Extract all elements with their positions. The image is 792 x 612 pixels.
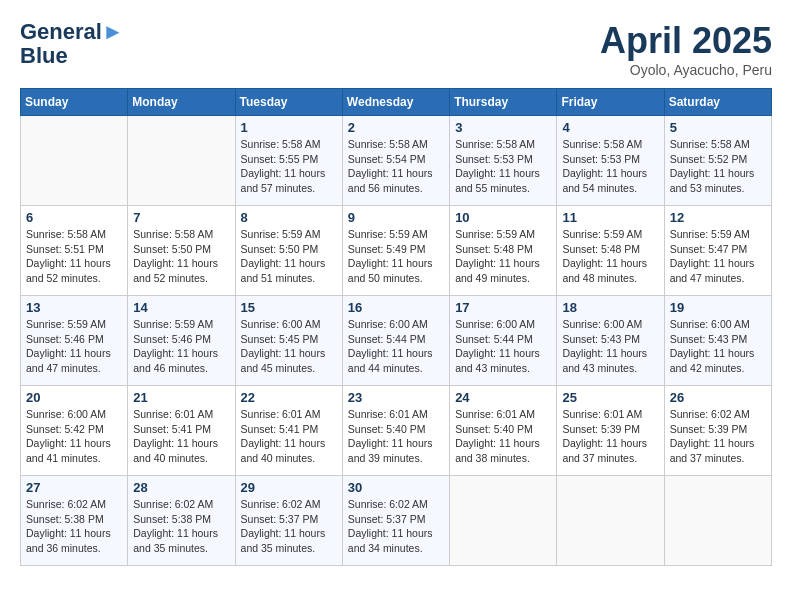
weekday-header-monday: Monday	[128, 89, 235, 116]
day-number: 29	[241, 480, 337, 495]
day-info: Sunrise: 5:58 AMSunset: 5:51 PMDaylight:…	[26, 227, 122, 286]
logo: General►Blue	[20, 20, 124, 68]
day-number: 23	[348, 390, 444, 405]
day-number: 16	[348, 300, 444, 315]
day-info: Sunrise: 6:00 AMSunset: 5:45 PMDaylight:…	[241, 317, 337, 376]
day-number: 10	[455, 210, 551, 225]
day-info: Sunrise: 6:00 AMSunset: 5:44 PMDaylight:…	[348, 317, 444, 376]
day-number: 2	[348, 120, 444, 135]
day-cell	[557, 476, 664, 566]
day-cell: 24Sunrise: 6:01 AMSunset: 5:40 PMDayligh…	[450, 386, 557, 476]
day-number: 15	[241, 300, 337, 315]
day-cell: 2Sunrise: 5:58 AMSunset: 5:54 PMDaylight…	[342, 116, 449, 206]
day-info: Sunrise: 5:58 AMSunset: 5:50 PMDaylight:…	[133, 227, 229, 286]
day-cell: 25Sunrise: 6:01 AMSunset: 5:39 PMDayligh…	[557, 386, 664, 476]
day-number: 13	[26, 300, 122, 315]
day-number: 20	[26, 390, 122, 405]
day-number: 14	[133, 300, 229, 315]
day-number: 30	[348, 480, 444, 495]
day-cell: 8Sunrise: 5:59 AMSunset: 5:50 PMDaylight…	[235, 206, 342, 296]
day-number: 26	[670, 390, 766, 405]
day-info: Sunrise: 6:02 AMSunset: 5:37 PMDaylight:…	[241, 497, 337, 556]
day-info: Sunrise: 6:01 AMSunset: 5:40 PMDaylight:…	[455, 407, 551, 466]
calendar-subtitle: Oyolo, Ayacucho, Peru	[600, 62, 772, 78]
day-cell: 26Sunrise: 6:02 AMSunset: 5:39 PMDayligh…	[664, 386, 771, 476]
day-info: Sunrise: 5:58 AMSunset: 5:55 PMDaylight:…	[241, 137, 337, 196]
day-cell: 28Sunrise: 6:02 AMSunset: 5:38 PMDayligh…	[128, 476, 235, 566]
day-cell: 13Sunrise: 5:59 AMSunset: 5:46 PMDayligh…	[21, 296, 128, 386]
day-info: Sunrise: 6:01 AMSunset: 5:39 PMDaylight:…	[562, 407, 658, 466]
weekday-header-thursday: Thursday	[450, 89, 557, 116]
weekday-header-saturday: Saturday	[664, 89, 771, 116]
day-cell	[21, 116, 128, 206]
day-cell: 5Sunrise: 5:58 AMSunset: 5:52 PMDaylight…	[664, 116, 771, 206]
day-number: 24	[455, 390, 551, 405]
weekday-header-tuesday: Tuesday	[235, 89, 342, 116]
day-info: Sunrise: 6:01 AMSunset: 5:41 PMDaylight:…	[241, 407, 337, 466]
day-cell: 17Sunrise: 6:00 AMSunset: 5:44 PMDayligh…	[450, 296, 557, 386]
day-cell: 11Sunrise: 5:59 AMSunset: 5:48 PMDayligh…	[557, 206, 664, 296]
day-info: Sunrise: 5:59 AMSunset: 5:48 PMDaylight:…	[562, 227, 658, 286]
day-number: 9	[348, 210, 444, 225]
day-cell: 29Sunrise: 6:02 AMSunset: 5:37 PMDayligh…	[235, 476, 342, 566]
day-number: 7	[133, 210, 229, 225]
day-cell: 22Sunrise: 6:01 AMSunset: 5:41 PMDayligh…	[235, 386, 342, 476]
calendar-header: SundayMondayTuesdayWednesdayThursdayFrid…	[21, 89, 772, 116]
day-number: 11	[562, 210, 658, 225]
day-number: 6	[26, 210, 122, 225]
day-number: 8	[241, 210, 337, 225]
day-cell: 10Sunrise: 5:59 AMSunset: 5:48 PMDayligh…	[450, 206, 557, 296]
day-number: 1	[241, 120, 337, 135]
day-number: 19	[670, 300, 766, 315]
day-info: Sunrise: 5:58 AMSunset: 5:52 PMDaylight:…	[670, 137, 766, 196]
day-number: 5	[670, 120, 766, 135]
day-cell: 6Sunrise: 5:58 AMSunset: 5:51 PMDaylight…	[21, 206, 128, 296]
day-info: Sunrise: 6:00 AMSunset: 5:42 PMDaylight:…	[26, 407, 122, 466]
day-cell: 20Sunrise: 6:00 AMSunset: 5:42 PMDayligh…	[21, 386, 128, 476]
day-info: Sunrise: 5:59 AMSunset: 5:46 PMDaylight:…	[26, 317, 122, 376]
weekday-header-friday: Friday	[557, 89, 664, 116]
day-cell: 16Sunrise: 6:00 AMSunset: 5:44 PMDayligh…	[342, 296, 449, 386]
day-cell: 14Sunrise: 5:59 AMSunset: 5:46 PMDayligh…	[128, 296, 235, 386]
day-cell	[128, 116, 235, 206]
day-info: Sunrise: 5:59 AMSunset: 5:49 PMDaylight:…	[348, 227, 444, 286]
day-cell: 3Sunrise: 5:58 AMSunset: 5:53 PMDaylight…	[450, 116, 557, 206]
header: General►Blue April 2025 Oyolo, Ayacucho,…	[20, 20, 772, 78]
day-number: 12	[670, 210, 766, 225]
day-cell: 21Sunrise: 6:01 AMSunset: 5:41 PMDayligh…	[128, 386, 235, 476]
weekday-header-sunday: Sunday	[21, 89, 128, 116]
day-cell: 15Sunrise: 6:00 AMSunset: 5:45 PMDayligh…	[235, 296, 342, 386]
day-cell: 4Sunrise: 5:58 AMSunset: 5:53 PMDaylight…	[557, 116, 664, 206]
day-info: Sunrise: 6:02 AMSunset: 5:38 PMDaylight:…	[133, 497, 229, 556]
day-info: Sunrise: 6:00 AMSunset: 5:44 PMDaylight:…	[455, 317, 551, 376]
week-row-3: 13Sunrise: 5:59 AMSunset: 5:46 PMDayligh…	[21, 296, 772, 386]
day-info: Sunrise: 5:59 AMSunset: 5:50 PMDaylight:…	[241, 227, 337, 286]
day-info: Sunrise: 5:59 AMSunset: 5:46 PMDaylight:…	[133, 317, 229, 376]
day-cell: 7Sunrise: 5:58 AMSunset: 5:50 PMDaylight…	[128, 206, 235, 296]
day-number: 18	[562, 300, 658, 315]
day-info: Sunrise: 5:58 AMSunset: 5:53 PMDaylight:…	[455, 137, 551, 196]
day-number: 25	[562, 390, 658, 405]
day-info: Sunrise: 6:01 AMSunset: 5:40 PMDaylight:…	[348, 407, 444, 466]
day-info: Sunrise: 5:58 AMSunset: 5:54 PMDaylight:…	[348, 137, 444, 196]
day-info: Sunrise: 6:02 AMSunset: 5:37 PMDaylight:…	[348, 497, 444, 556]
title-area: April 2025 Oyolo, Ayacucho, Peru	[600, 20, 772, 78]
day-info: Sunrise: 5:58 AMSunset: 5:53 PMDaylight:…	[562, 137, 658, 196]
day-cell: 23Sunrise: 6:01 AMSunset: 5:40 PMDayligh…	[342, 386, 449, 476]
day-info: Sunrise: 5:59 AMSunset: 5:47 PMDaylight:…	[670, 227, 766, 286]
day-info: Sunrise: 6:02 AMSunset: 5:38 PMDaylight:…	[26, 497, 122, 556]
day-cell: 30Sunrise: 6:02 AMSunset: 5:37 PMDayligh…	[342, 476, 449, 566]
day-info: Sunrise: 6:00 AMSunset: 5:43 PMDaylight:…	[670, 317, 766, 376]
week-row-4: 20Sunrise: 6:00 AMSunset: 5:42 PMDayligh…	[21, 386, 772, 476]
day-info: Sunrise: 6:01 AMSunset: 5:41 PMDaylight:…	[133, 407, 229, 466]
day-cell	[664, 476, 771, 566]
week-row-5: 27Sunrise: 6:02 AMSunset: 5:38 PMDayligh…	[21, 476, 772, 566]
week-row-2: 6Sunrise: 5:58 AMSunset: 5:51 PMDaylight…	[21, 206, 772, 296]
day-number: 4	[562, 120, 658, 135]
week-row-1: 1Sunrise: 5:58 AMSunset: 5:55 PMDaylight…	[21, 116, 772, 206]
day-number: 27	[26, 480, 122, 495]
day-number: 21	[133, 390, 229, 405]
weekday-row: SundayMondayTuesdayWednesdayThursdayFrid…	[21, 89, 772, 116]
logo-text: General►Blue	[20, 20, 124, 68]
day-cell: 12Sunrise: 5:59 AMSunset: 5:47 PMDayligh…	[664, 206, 771, 296]
